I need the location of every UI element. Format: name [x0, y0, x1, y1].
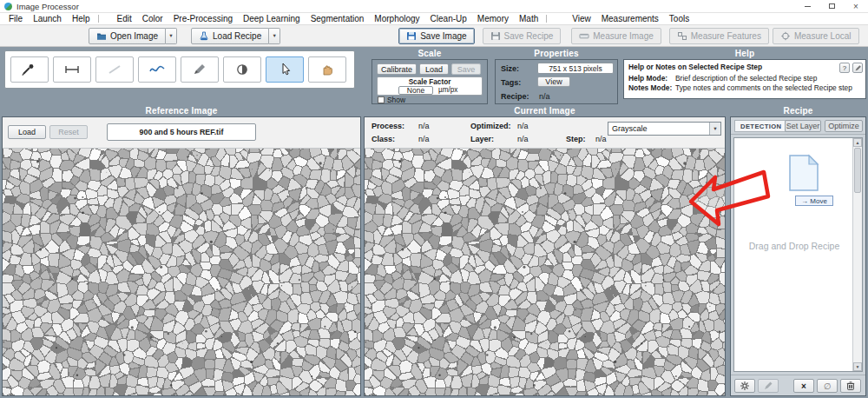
reference-reset-button[interactable]: Reset	[49, 125, 88, 139]
close-button[interactable]: ×	[844, 0, 868, 12]
process-label: Process:	[372, 122, 404, 130]
scale-save-button[interactable]: Save	[451, 63, 481, 75]
set-layer-button[interactable]: Set Layer	[785, 120, 821, 132]
title-bar: Image Processor ×	[0, 0, 868, 13]
measure-image-button[interactable]: Measure Image	[571, 28, 661, 44]
measure-features-icon	[677, 31, 687, 41]
help-box-title: Help or Notes on Selected Recipe Step	[628, 63, 762, 71]
save-disk-icon	[490, 31, 501, 41]
tool-line-button[interactable]	[95, 56, 134, 83]
menu-bar: File Launch Help Edit Color Pre-Processi…	[0, 13, 868, 25]
pan-hand-icon	[319, 63, 336, 76]
scale-factor-value[interactable]: None	[398, 86, 433, 95]
current-panel-header: Current Image	[364, 106, 726, 116]
menu-math[interactable]: Math	[514, 14, 543, 23]
help-question-icon: ?	[843, 64, 846, 72]
recipe-delete-button[interactable]	[840, 379, 861, 393]
scrollbar-thumb[interactable]	[854, 148, 861, 193]
minimize-button[interactable]	[795, 0, 819, 12]
help-mode-button[interactable]: ?	[839, 63, 850, 73]
contrast-icon	[233, 63, 251, 76]
save-recipe-button[interactable]: Save Recipe	[483, 28, 562, 44]
reference-load-button[interactable]: Load	[8, 125, 46, 139]
open-image-button[interactable]: Open Image	[89, 28, 166, 44]
calibrate-button[interactable]: Calibrate	[377, 63, 417, 75]
tool-pan-hand-button[interactable]	[308, 56, 346, 83]
step-label: Step:	[566, 135, 586, 143]
recipe-label: Recipe:	[501, 92, 529, 101]
menu-view[interactable]: View	[567, 14, 596, 23]
show-scale-checkbox[interactable]	[378, 96, 385, 103]
menu-deep-learning[interactable]: Deep Learning	[238, 14, 306, 23]
minimize-icon	[805, 6, 811, 7]
tool-eyedropper-button[interactable]	[10, 56, 49, 83]
menu-file[interactable]: File	[3, 14, 28, 23]
scroll-down-button[interactable]: ▼	[853, 362, 862, 371]
recipe-disable-button[interactable]: ∅	[817, 379, 838, 393]
menu-morphology[interactable]: Morphology	[369, 14, 424, 23]
class-value: n/a	[418, 135, 430, 143]
menu-tools[interactable]: Tools	[664, 14, 694, 23]
tool-measure-line-button[interactable]	[53, 56, 91, 83]
null-icon: ∅	[824, 381, 832, 391]
tool-profile-button[interactable]	[138, 56, 176, 83]
load-recipe-button[interactable]: Load Recipe	[191, 28, 269, 44]
menu-launch[interactable]: Launch	[28, 14, 67, 23]
measure-features-button[interactable]: Measure Features	[669, 28, 769, 44]
notes-mode-button[interactable]	[852, 63, 863, 73]
tool-pencil-button[interactable]	[181, 56, 219, 83]
load-recipe-dropdown-button[interactable]: ▼	[269, 28, 280, 44]
optimized-value: n/a	[517, 122, 529, 130]
app-logo-icon	[4, 3, 12, 10]
recipe-settings-button[interactable]	[734, 379, 755, 393]
menu-measurements[interactable]: Measurements	[596, 14, 664, 23]
open-image-dropdown-button[interactable]: ▼	[166, 28, 177, 44]
show-scale-label: Show	[387, 96, 405, 104]
measure-local-button[interactable]: Measure Local	[773, 28, 859, 44]
tool-pointer-select-button[interactable]	[266, 56, 304, 83]
display-mode-select[interactable]: Grayscale ▼	[608, 122, 721, 136]
notes-mode-text: Type notes and comments on the selected …	[675, 83, 852, 92]
recipe-scrollbar[interactable]: ▲ ▼	[852, 138, 862, 371]
layer-label: Layer:	[470, 135, 494, 143]
save-image-button[interactable]: Save Image	[398, 28, 474, 44]
layer-value: n/a	[517, 135, 529, 143]
recipe-clear-button[interactable]: ×	[793, 379, 814, 393]
window-controls: ×	[795, 0, 868, 12]
detection-tab[interactable]: DETECTION	[734, 120, 787, 132]
eyedropper-icon	[21, 63, 38, 76]
menu-pre-processing[interactable]: Pre-Processing	[168, 14, 238, 23]
help-panel-header: Help	[623, 49, 866, 58]
current-image-canvas[interactable]	[365, 149, 725, 395]
menu-memory[interactable]: Memory	[472, 14, 514, 23]
reference-controls-strip: Load Reset 900 and 5 hours REF.tif	[3, 117, 360, 149]
recipe-flask-icon	[199, 31, 209, 41]
load-recipe-label: Load Recipe	[213, 31, 261, 41]
open-image-label: Open Image	[110, 31, 158, 41]
reference-image-canvas[interactable]	[3, 149, 360, 395]
tool-contrast-button[interactable]	[223, 56, 261, 83]
menu-clean-up[interactable]: Clean-Up	[425, 14, 472, 23]
recipe-drop-area[interactable]: → Move Drag and Drop Recipe ▲ ▼	[733, 137, 863, 372]
tags-view-button[interactable]: View	[537, 76, 570, 87]
current-controls-strip: Process: n/a Optimized: n/a Class: n/a L…	[365, 117, 725, 149]
menu-color[interactable]: Color	[137, 14, 168, 23]
optimize-button[interactable]: Optimize	[825, 120, 863, 132]
clear-x-icon: ×	[801, 381, 806, 391]
class-label: Class:	[372, 135, 395, 143]
pointer-cursor-icon	[276, 63, 293, 76]
menu-edit[interactable]: Edit	[112, 14, 137, 23]
recipe-panel-header: Recipe	[730, 106, 866, 116]
size-label: Size:	[501, 64, 519, 73]
menu-help[interactable]: Help	[67, 14, 95, 23]
maximize-button[interactable]	[819, 0, 844, 12]
scroll-up-icon: ▲	[856, 140, 860, 145]
scale-factor-label: Scale Factor	[378, 78, 482, 86]
document-page-icon	[788, 154, 819, 192]
scroll-up-button[interactable]: ▲	[853, 138, 862, 147]
recipe-edit-button[interactable]	[758, 379, 779, 393]
menu-segmentation[interactable]: Segmentation	[306, 14, 370, 23]
scale-panel: Calibrate Load Save Scale Factor None µm…	[372, 59, 488, 104]
properties-panel-header: Properties	[495, 49, 618, 58]
scale-load-button[interactable]: Load	[419, 63, 449, 75]
